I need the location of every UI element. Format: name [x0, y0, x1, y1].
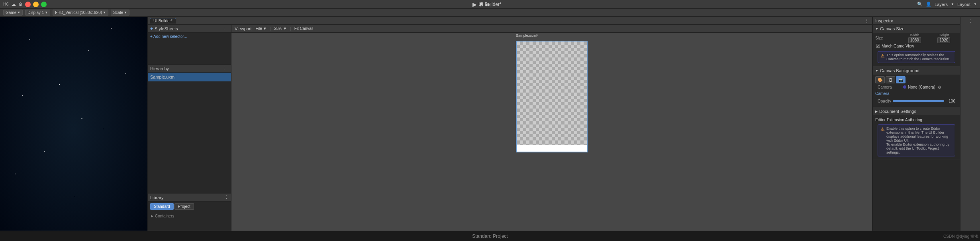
canvas-bg-icons: 🎨 🖼 📷 — [875, 76, 958, 83]
fit-canvas-button[interactable]: Fit Canvas — [293, 26, 315, 31]
width-field[interactable]: 1080 — [908, 37, 921, 43]
canvas-bg-title[interactable]: ▼ Canvas Background — [873, 67, 960, 75]
info-text: This option automatically resizes the Ca… — [886, 53, 953, 61]
editor-ext-info-text: Enable this option to create Editor exte… — [886, 126, 953, 154]
bg-camera-button[interactable]: 📷 — [896, 76, 906, 83]
scale-dropdown[interactable]: Scale ▼ — [111, 10, 129, 16]
ui-builder-tab[interactable]: UI Builder* — [150, 18, 176, 24]
library-title: Library — [150, 195, 164, 200]
canvas-bg-chevron: ▼ — [875, 69, 878, 73]
camera-gear-button[interactable]: ⚙ — [937, 84, 943, 90]
opacity-fill — [893, 100, 944, 102]
left-panels: + StyleSheets ⋮ + Add new selector... Hi… — [148, 25, 231, 241]
search-icon[interactable]: 🔍 — [917, 2, 923, 7]
doc-settings-section: ▶ Document Settings Editor Extension Aut… — [873, 107, 960, 160]
hierarchy-item-sample[interactable]: Sample.uxml — [148, 73, 231, 81]
stylesheets-more-button[interactable]: ⋮ — [220, 25, 229, 33]
canvas-size-chevron: ▼ — [875, 27, 878, 31]
viewport-panel: Viewport File ▼ | 25% ▼ | Fit — [231, 25, 872, 241]
hierarchy-panel: Hierarchy ⋮ Sample.uxml — [148, 65, 231, 193]
canvas-size-title[interactable]: ▼ Canvas Size — [873, 25, 960, 33]
opacity-label: Opacity — [878, 99, 891, 103]
size-label: Size — [875, 36, 899, 40]
editor-ext-info-box: ⚠ Enable this option to create Editor ex… — [878, 124, 955, 156]
canvas-size-section: ▼ Canvas Size Size Width 1080 Height 192… — [873, 25, 960, 67]
layout-label[interactable]: Layout — [957, 2, 970, 7]
viewport-title: Viewport — [235, 26, 252, 31]
inspector-header: Inspector — [873, 17, 960, 25]
cloud-icon: ☁ — [11, 2, 16, 7]
main-content: UI Builder* ⋮ + StyleSheets ⋮ + Add new … — [0, 17, 980, 241]
standard-project-banner: Standard Project — [0, 231, 980, 241]
chevron-layout-icon: ▼ — [974, 2, 977, 6]
hc-icon: HC — [3, 2, 9, 6]
chevron-layers-icon: ▼ — [951, 2, 954, 6]
window-title: UI Builder* — [478, 2, 501, 7]
zoom-button[interactable]: 25% ▼ — [272, 26, 288, 31]
editor-info-icon: ⚠ — [880, 126, 885, 154]
camera-link[interactable]: Camera — [875, 91, 890, 96]
camera-label: Camera — [878, 85, 902, 89]
file-button[interactable]: File ▼ — [254, 26, 269, 31]
camera-value: None (Camera) — [908, 85, 935, 89]
standard-tab[interactable]: Standard — [150, 203, 174, 210]
minimize-button[interactable] — [33, 2, 39, 7]
library-header: Library ⋮ — [148, 194, 231, 201]
match-game-view-checkbox[interactable]: ✓ — [876, 44, 880, 48]
hierarchy-title: Hierarchy — [150, 66, 169, 71]
resolution-dropdown[interactable]: FHD_Vertical (1080x1920) ▼ — [53, 10, 108, 16]
canvas-size-content: Size Width 1080 Height 1920 ✓ Ma — [873, 33, 960, 66]
chevron-scale-icon: ▼ — [124, 11, 127, 14]
hierarchy-header: Hierarchy ⋮ — [148, 65, 231, 73]
doc-settings-title[interactable]: ▶ Document Settings — [873, 107, 960, 115]
inspector-title: Inspector — [875, 18, 893, 23]
watermark: CSDN @dying 掘浅 — [943, 234, 978, 239]
match-game-view-row: ✓ Match Game View — [875, 42, 958, 49]
canvas-preview[interactable] — [516, 41, 588, 152]
size-row: Size Width 1080 Height 1920 — [875, 34, 958, 41]
add-stylesheet-button[interactable]: + — [150, 26, 153, 32]
watermark-text: CSDN @dying 掘浅 — [943, 234, 978, 239]
ui-builder-panel: UI Builder* ⋮ + StyleSheets ⋮ + Add new … — [147, 17, 872, 241]
top-bar-right: 🔍 👤 Layers ▼ Layout ▼ — [917, 2, 977, 7]
chevron-zoom-icon: ▼ — [283, 26, 287, 31]
bg-image-button[interactable]: 🖼 — [886, 76, 895, 83]
library-content: ▶ Containers — [148, 211, 231, 220]
display-dropdown[interactable]: Display 1 ▼ — [25, 10, 50, 16]
close-button[interactable] — [25, 2, 31, 7]
height-label: Height — [939, 33, 949, 37]
stars-background — [0, 17, 147, 241]
height-field[interactable]: 1920 — [937, 37, 950, 43]
size-fields: Width 1080 Height 1920 — [901, 33, 958, 43]
library-tabs: Standard Project — [148, 201, 231, 211]
editor-ext-label: Editor Extension Authoring — [875, 117, 958, 123]
library-more-button[interactable]: ⋮ — [224, 195, 229, 200]
standard-project-text: Standard Project — [472, 233, 508, 239]
ui-builder-inner: + StyleSheets ⋮ + Add new selector... Hi… — [148, 25, 872, 241]
width-label: Width — [910, 33, 919, 37]
game-dropdown[interactable]: Game ▼ — [3, 10, 23, 16]
opacity-slider[interactable] — [893, 100, 944, 102]
containers-label: Containers — [155, 214, 174, 218]
hierarchy-item-label: Sample.uxml — [150, 75, 176, 79]
stylesheets-panel: + StyleSheets ⋮ + Add new selector... — [148, 25, 231, 65]
account-icon[interactable]: 👤 — [926, 2, 931, 7]
hierarchy-scroll[interactable]: Sample.uxml — [148, 73, 231, 193]
containers-section[interactable]: ▶ Containers — [150, 212, 229, 219]
viewport-header: Viewport File ▼ | 25% ▼ | Fit — [231, 25, 872, 33]
hierarchy-more-button[interactable]: ⋮ — [220, 65, 229, 73]
add-selector-text[interactable]: + Add new selector... — [150, 34, 187, 39]
right-panel-more-button[interactable]: ⋮ — [966, 18, 974, 24]
info-box: ⚠ This option automatically resizes the … — [878, 51, 955, 63]
maximize-button[interactable] — [41, 2, 47, 7]
project-tab[interactable]: Project — [174, 203, 194, 210]
more-tabs-button[interactable]: ⋮ — [864, 18, 870, 24]
opacity-value: 100 — [946, 99, 955, 103]
chevron-display-icon: ▼ — [45, 11, 48, 14]
play-button[interactable]: ▶ — [472, 1, 477, 8]
camera-dot — [903, 85, 906, 89]
top-bar: HC ☁ ⚙ ▶ ⏸ ⏭ UI Builder* 🔍 👤 Layers ▼ La… — [0, 0, 980, 9]
opacity-row: Opacity 100 — [875, 97, 958, 105]
bg-color-button[interactable]: 🎨 — [875, 76, 885, 83]
layers-label[interactable]: Layers — [935, 2, 948, 7]
